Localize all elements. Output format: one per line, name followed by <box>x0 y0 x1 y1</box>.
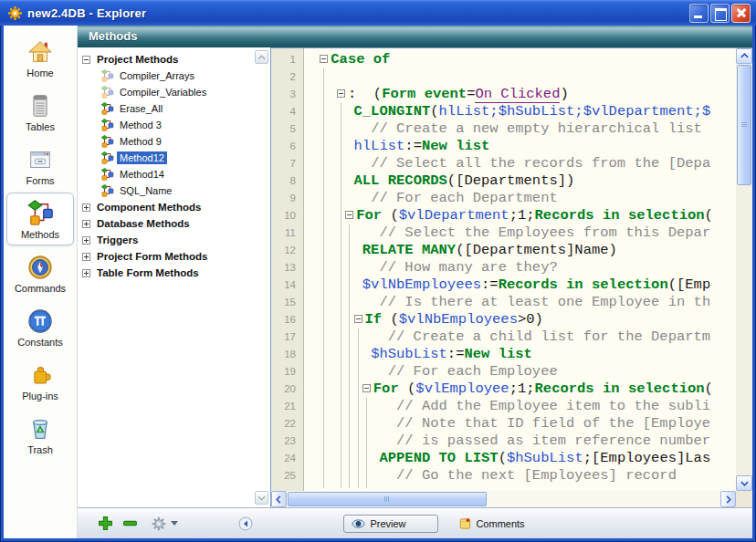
line-number: 17 <box>271 328 304 346</box>
vertical-scrollbar[interactable] <box>736 48 752 491</box>
expander-plus-icon[interactable] <box>82 253 90 261</box>
code-text: ALL RECORDS([Departments]) <box>304 172 736 190</box>
remove-method-button[interactable] <box>122 513 138 535</box>
tree-item-method-9[interactable]: Method 9 <box>78 133 254 150</box>
line-number: 11 <box>271 224 304 242</box>
code-text: // Select the Employees from this Depar <box>304 224 736 242</box>
line-number: 25 <box>271 467 304 485</box>
expander-plus-icon[interactable] <box>82 203 90 212</box>
horizontal-scrollbar[interactable] <box>271 491 736 507</box>
sidebar-item-methods[interactable]: Methods <box>6 193 74 245</box>
sidebar-item-label: Methods <box>21 229 59 240</box>
scroll-down-button[interactable] <box>736 475 752 491</box>
collapse-panel-button[interactable] <box>238 513 253 535</box>
explorer-window: new2.4DB - Explorer HomeTablesFormsMetho… <box>0 0 756 542</box>
tree-scroll-down-button[interactable] <box>255 491 268 505</box>
home-icon <box>26 37 55 67</box>
tree-item-database-methods[interactable]: Database Methods <box>78 215 254 232</box>
tree-item-component-methods[interactable]: Component Methods <box>78 199 254 215</box>
expander-minus-icon[interactable] <box>82 56 90 64</box>
preview-button-label: Preview <box>370 518 405 529</box>
commands-icon <box>26 253 55 282</box>
tree-item-table-form-methods[interactable]: Table Form Methods <box>78 265 254 281</box>
tree-item-project-methods[interactable]: Project Methods <box>78 51 254 68</box>
line-number: 19 <box>271 363 304 380</box>
sidebar-item-tables[interactable]: Tables <box>6 85 74 138</box>
fold-collapse-icon[interactable] <box>362 384 371 392</box>
code-text: Case of <box>304 51 736 68</box>
code-line: 21 // Add the Employee item to the subli <box>271 398 736 415</box>
code-text: // For each Department <box>304 190 736 207</box>
code-text: // is passed as item reference number <box>304 433 736 450</box>
vertical-scroll-thumb[interactable] <box>737 65 751 185</box>
expander-plus-icon[interactable] <box>82 269 90 277</box>
sidebar-item-constants[interactable]: Constants <box>6 300 74 353</box>
tree-item-sql-name[interactable]: SQL_Name <box>78 182 254 199</box>
method-icon <box>100 102 114 115</box>
tree-item-method12[interactable]: Method12 <box>78 150 254 166</box>
code-text: // How many are they? <box>304 259 736 276</box>
fold-collapse-icon[interactable] <box>337 89 345 98</box>
options-gear-button[interactable] <box>151 513 178 535</box>
code-line: 3 : (Form event=On Clicked) <box>271 86 736 103</box>
sidebar-item-label: Commands <box>15 283 66 294</box>
tree-item-method14[interactable]: Method14 <box>78 166 254 182</box>
code-line: 9 // For each Department <box>271 190 736 207</box>
code-line: 12 RELATE MANY([Departments]Name) <box>271 242 736 259</box>
scroll-right-button[interactable] <box>720 491 736 507</box>
expander-plus-icon[interactable] <box>82 220 90 228</box>
sidebar-item-plugins[interactable]: Plug-ins <box>6 354 74 407</box>
code-line: 23 // is passed as item reference number <box>271 433 736 450</box>
tree-item-method-3[interactable]: Method 3 <box>78 117 254 133</box>
code-text: $vlNbEmployees:=Records in selection([Em… <box>304 276 736 294</box>
tables-icon <box>26 91 55 120</box>
sidebar-item-commands[interactable]: Commands <box>6 246 74 299</box>
tree-item-compiler-variables[interactable]: Compiler_Variables <box>78 84 254 100</box>
method-icon <box>100 135 114 148</box>
tree-scroll-up-button[interactable] <box>255 50 268 64</box>
line-number: 12 <box>271 242 304 259</box>
preview-button[interactable]: Preview <box>343 515 438 533</box>
tree-item-triggers[interactable]: Triggers <box>78 232 254 248</box>
tree-item-label: Project Methods <box>94 53 181 66</box>
line-number: 1 <box>271 51 304 68</box>
sidebar-item-forms[interactable]: Forms <box>6 139 74 192</box>
method-icon <box>100 69 114 82</box>
scroll-left-button[interactable] <box>271 491 287 507</box>
code-editor[interactable]: 1 Case of23 : (Form event=On Clicked)4 C… <box>271 48 736 491</box>
code-line: 19 // For each Employee <box>271 363 736 380</box>
line-number: 10 <box>271 207 304 224</box>
bottom-toolbar: Preview Comments <box>78 507 752 538</box>
window-body: HomeTablesFormsMethodsCommandsConstantsP… <box>4 26 752 538</box>
add-method-button[interactable] <box>98 513 113 535</box>
tree-item-label: Triggers <box>94 234 141 246</box>
fold-collapse-icon[interactable] <box>320 55 328 63</box>
code-line: 6 hlList:=New list <box>271 138 736 155</box>
tree-item-project-form-methods[interactable]: Project Form Methods <box>78 248 254 265</box>
constants-icon <box>26 307 55 336</box>
code-text: For ($vlDepartment;1;Records in selectio… <box>304 207 736 224</box>
fold-collapse-icon[interactable] <box>354 315 362 323</box>
tree-item-label: SQL_Name <box>117 184 174 197</box>
code-line: 25 // Go the next [Employees] record <box>271 467 736 485</box>
maximize-button[interactable] <box>710 4 730 23</box>
plugins-icon <box>26 360 55 390</box>
horizontal-scroll-thumb[interactable] <box>288 492 487 506</box>
titlebar[interactable]: new2.4DB - Explorer <box>0 0 756 26</box>
tree-item-erase-all[interactable]: Erase_All <box>78 100 254 117</box>
code-line: 11 // Select the Employees from this Dep… <box>271 224 736 242</box>
expander-plus-icon[interactable] <box>82 236 90 245</box>
code-text: APPEND TO LIST($hSubList;[Employees]Las <box>304 450 736 467</box>
close-button[interactable] <box>731 4 751 23</box>
app-gear-icon <box>7 5 23 21</box>
sidebar-item-trash[interactable]: Trash <box>6 408 74 461</box>
minimize-button[interactable] <box>689 4 709 23</box>
code-line: 5 // Create a new empty hierarchical lis… <box>271 120 736 138</box>
code-line: 16 If ($vlNbEmployees>0) <box>271 311 736 328</box>
line-number: 9 <box>271 190 304 207</box>
tree-item-compiler-arrays[interactable]: Compiler_Arrays <box>78 68 254 84</box>
scroll-up-button[interactable] <box>736 48 752 64</box>
comments-button[interactable]: Comments <box>458 516 524 530</box>
fold-collapse-icon[interactable] <box>345 211 353 219</box>
sidebar-item-home[interactable]: Home <box>6 31 74 84</box>
